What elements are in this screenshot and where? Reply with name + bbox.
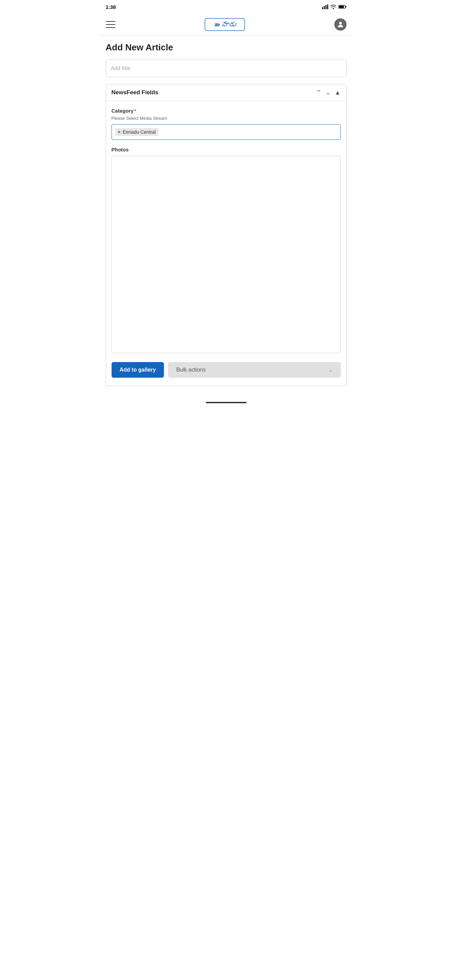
category-tag-eenadu-central: × Eenadu Central bbox=[115, 128, 159, 136]
main-content: Add New Article NewsFeed Fields ⌃ ⌄ ▲ Ca… bbox=[100, 35, 352, 398]
status-bar: 1:38 bbox=[100, 0, 352, 14]
collapse-up-icon[interactable]: ⌃ bbox=[316, 89, 321, 95]
svg-rect-3 bbox=[327, 5, 328, 9]
photos-upload-area[interactable] bbox=[111, 156, 341, 353]
required-marker: * bbox=[134, 108, 136, 114]
photos-footer: Add to gallery Bulk actions ⌄ bbox=[111, 359, 341, 379]
category-tag-input[interactable]: × Eenadu Central bbox=[111, 124, 341, 140]
bulk-actions-button[interactable]: Bulk actions ⌄ bbox=[168, 362, 341, 378]
svg-rect-5 bbox=[345, 6, 346, 8]
section-title: NewsFeed Fields bbox=[111, 89, 159, 96]
status-icons bbox=[322, 5, 347, 9]
wifi-icon bbox=[330, 5, 336, 9]
menu-icon[interactable] bbox=[106, 21, 115, 28]
svg-point-9 bbox=[339, 22, 342, 24]
eenadu-logo: ఈనాడు bbox=[205, 17, 245, 32]
page-title: Add New Article bbox=[106, 42, 347, 53]
bulk-actions-label: Bulk actions bbox=[176, 367, 205, 373]
svg-text:ఈనాడు: ఈనాడు bbox=[214, 21, 236, 28]
svg-rect-6 bbox=[339, 6, 344, 8]
navbar: ఈనాడు bbox=[100, 14, 352, 35]
battery-icon bbox=[338, 5, 347, 9]
chevron-down-icon: ⌄ bbox=[328, 367, 333, 372]
photos-label: Photos bbox=[111, 147, 341, 153]
signal-icon bbox=[322, 5, 328, 9]
profile-icon bbox=[336, 21, 344, 29]
status-time: 1:38 bbox=[106, 4, 116, 10]
home-indicator bbox=[100, 398, 352, 405]
home-bar bbox=[206, 402, 247, 403]
add-to-gallery-button[interactable]: Add to gallery bbox=[111, 362, 164, 378]
section-controls: ⌃ ⌄ ▲ bbox=[316, 89, 341, 95]
newsfeed-fields-section: NewsFeed Fields ⌃ ⌄ ▲ Category* Please S… bbox=[106, 84, 347, 386]
article-title-input[interactable] bbox=[106, 60, 347, 77]
collapse-down-icon[interactable]: ⌄ bbox=[325, 89, 331, 95]
logo: ఈనాడు bbox=[205, 17, 245, 32]
section-header: NewsFeed Fields ⌃ ⌄ ▲ bbox=[106, 84, 346, 101]
profile-avatar[interactable] bbox=[334, 18, 347, 30]
tag-label: Eenadu Central bbox=[123, 129, 156, 135]
category-hint: Please Select Media Stream bbox=[111, 116, 341, 121]
section-body: Category* Please Select Media Stream × E… bbox=[106, 101, 346, 386]
svg-rect-1 bbox=[324, 6, 325, 9]
svg-rect-0 bbox=[322, 7, 323, 9]
tag-remove-button[interactable]: × bbox=[118, 130, 121, 134]
svg-rect-2 bbox=[325, 5, 327, 9]
scroll-top-icon[interactable]: ▲ bbox=[335, 89, 341, 95]
category-label: Category* bbox=[111, 108, 341, 114]
